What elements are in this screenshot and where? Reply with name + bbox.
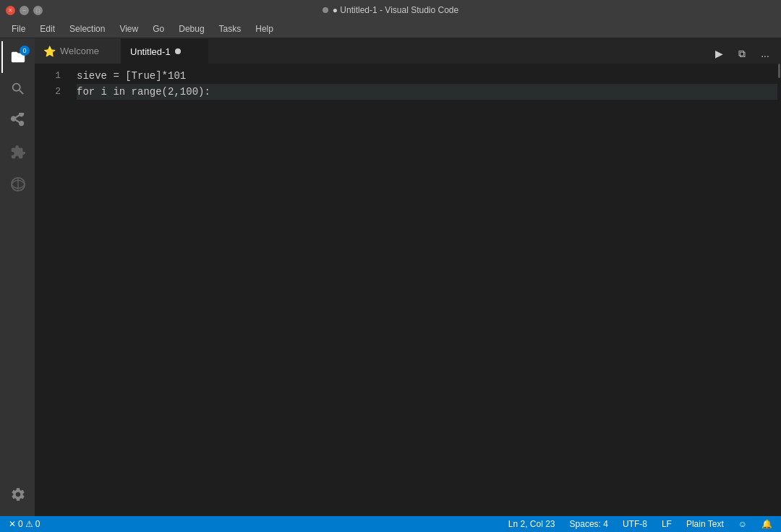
language-text: Plain Text [686, 519, 724, 529]
line-col-text: Ln 2, Col 23 [508, 519, 555, 529]
tab-untitled-label: Untitled-1 [130, 46, 171, 57]
more-actions-button[interactable]: ... [755, 43, 775, 64]
tab-actions: ▶ ⧉ ... [709, 43, 781, 64]
error-count: 0 [18, 519, 23, 529]
menu-go[interactable]: Go [147, 22, 170, 35]
tab-welcome-label: Welcome [60, 46, 99, 56]
menu-file[interactable]: File [6, 22, 31, 35]
tab-untitled[interactable]: Untitled-1 [121, 38, 208, 64]
error-icon: ✕ [9, 519, 16, 529]
window-controls: ✕ − □ [6, 6, 43, 15]
menu-tasks[interactable]: Tasks [213, 22, 247, 35]
feedback-icon: ☺ [738, 519, 747, 529]
source-control-icon [10, 113, 26, 129]
statusbar: ✕ 0 ⚠ 0 Ln 2, Col 23 Spaces: 4 UTF-8 LF … [0, 516, 781, 532]
menu-selection[interactable]: Selection [64, 22, 111, 35]
status-language[interactable]: Plain Text [683, 516, 727, 532]
maximize-icon: □ [36, 7, 40, 14]
warning-icon: ⚠ [25, 519, 33, 529]
activity-explorer[interactable]: 0 [1, 41, 33, 73]
split-editor-button[interactable]: ⧉ [732, 43, 752, 64]
status-eol[interactable]: LF [659, 516, 675, 532]
activity-extensions[interactable] [1, 137, 33, 168]
status-feedback[interactable]: ☺ [735, 516, 750, 532]
code-text-1: sieve = [True]*101 [77, 70, 186, 82]
minimize-button[interactable]: − [20, 6, 29, 15]
warning-count: 0 [35, 519, 40, 529]
statusbar-right: Ln 2, Col 23 Spaces: 4 UTF-8 LF Plain Te… [500, 516, 781, 532]
spaces-text: Spaces: 4 [570, 519, 608, 529]
titlebar: ✕ − □ ● Untitled-1 - Visual Studio Code [0, 0, 781, 20]
notifications-icon: 🔔 [761, 519, 772, 529]
status-spaces[interactable]: Spaces: 4 [567, 516, 611, 532]
settings-icon [10, 486, 26, 502]
activity-badge: 0 [20, 46, 30, 56]
status-encoding[interactable]: UTF-8 [620, 516, 650, 532]
main-area: 0 [0, 38, 781, 516]
line-number-2: 2 [35, 84, 61, 100]
line-numbers: 1 2 [35, 64, 71, 516]
menu-help[interactable]: Help [249, 22, 279, 35]
status-notifications[interactable]: 🔔 [759, 516, 775, 532]
line-number-1: 1 [35, 68, 61, 84]
tab-modified-dot [175, 48, 181, 54]
activity-search[interactable] [1, 73, 33, 105]
extensions-icon [10, 145, 26, 160]
minimap [777, 64, 781, 516]
activity-settings[interactable] [1, 479, 33, 510]
activity-bottom [1, 479, 33, 516]
activity-remote[interactable] [1, 168, 33, 200]
menubar: File Edit Selection View Go Debug Tasks … [0, 20, 781, 38]
statusbar-left: ✕ 0 ⚠ 0 [0, 516, 48, 532]
code-area[interactable]: sieve = [True]*101 for i in range(2,100)… [71, 64, 777, 516]
search-icon [10, 81, 26, 97]
menu-view[interactable]: View [114, 22, 144, 35]
code-text-2: for i in range(2,100): [77, 86, 210, 98]
scrollbar-indicator [778, 64, 780, 78]
code-line-2: for i in range(2,100): [77, 84, 777, 100]
editor-container: ⭐ Welcome Untitled-1 ▶ ⧉ ... 1 2 sieve =… [35, 38, 781, 516]
minimize-icon: − [22, 7, 26, 14]
run-button[interactable]: ▶ [709, 43, 729, 64]
close-button[interactable]: ✕ [6, 6, 15, 15]
welcome-tab-icon: ⭐ [43, 46, 56, 57]
encoding-text: UTF-8 [623, 519, 647, 529]
editor[interactable]: 1 2 sieve = [True]*101 for i in range(2,… [35, 64, 781, 516]
eol-text: LF [662, 519, 672, 529]
maximize-button[interactable]: □ [33, 6, 43, 15]
remote-icon [10, 176, 26, 192]
status-errors[interactable]: ✕ 0 ⚠ 0 [6, 516, 43, 532]
status-line-col[interactable]: Ln 2, Col 23 [505, 516, 558, 532]
close-icon: ✕ [8, 7, 13, 14]
tab-welcome[interactable]: ⭐ Welcome [35, 38, 121, 64]
window-title: ● Untitled-1 - Visual Studio Code [323, 5, 458, 15]
activity-bar: 0 [0, 38, 35, 516]
menu-debug[interactable]: Debug [173, 22, 210, 35]
activity-source-control[interactable] [1, 105, 33, 137]
modified-dot [323, 7, 328, 13]
tabbar: ⭐ Welcome Untitled-1 ▶ ⧉ ... [35, 38, 781, 64]
code-line-1: sieve = [True]*101 [77, 68, 777, 84]
menu-edit[interactable]: Edit [34, 22, 61, 35]
